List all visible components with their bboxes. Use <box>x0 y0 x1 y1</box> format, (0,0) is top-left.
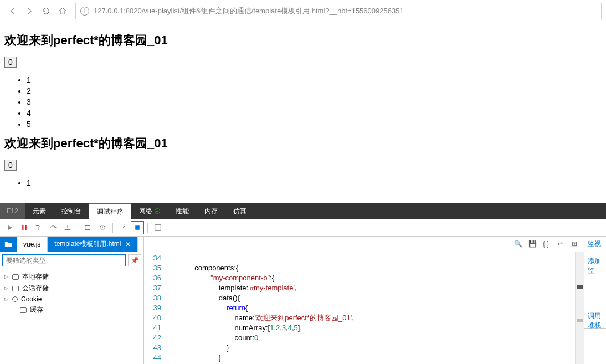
disk-icon <box>12 274 19 280</box>
f12-label: F12 <box>0 203 25 219</box>
tab-debugger[interactable]: 调试程序 <box>89 203 131 219</box>
svg-rect-2 <box>85 225 90 229</box>
tree-session-label: 会话存储 <box>22 284 49 293</box>
back-icon[interactable] <box>4 3 21 19</box>
separator <box>147 223 148 233</box>
page-heading-2: 欢迎来到perfect*的博客园_01 <box>4 135 602 152</box>
list-item: 3 <box>27 96 602 107</box>
list-item: 2 <box>27 85 602 96</box>
tab-elements[interactable]: 元素 <box>25 203 54 219</box>
counter-button-2[interactable]: 0 <box>4 160 17 171</box>
info-icon: i <box>80 7 89 16</box>
folder-picker-icon[interactable] <box>0 237 17 252</box>
tab-console[interactable]: 控制台 <box>54 203 89 219</box>
debugger-sidebar: vue.js template模板引用.html✕ 📌 本地存储 会话存储 Co… <box>0 237 144 364</box>
content-scripts-icon[interactable] <box>151 221 165 234</box>
url-text: 127.0.0.1:8020/vue-playlist/组件&组件之间的通信/t… <box>94 6 404 16</box>
word-wrap-icon[interactable]: ↩ <box>557 240 566 249</box>
number-list-2: 1 <box>27 177 602 188</box>
svg-rect-1 <box>25 225 27 230</box>
step-out-icon[interactable] <box>61 221 74 234</box>
separator <box>78 223 78 233</box>
save-icon[interactable]: 💾 <box>528 240 537 249</box>
filter-row: 📌 <box>0 252 143 269</box>
tab-network-label: 网络 <box>139 207 152 216</box>
tree-cache[interactable]: 缓存 <box>4 304 139 316</box>
source-map-icon[interactable]: ⊞ <box>572 240 581 249</box>
storage-tree: 本地存储 会话存储 Cookie 缓存 <box>0 269 143 318</box>
line-gutter: 3435363738394041424344 <box>144 252 166 364</box>
code-body[interactable]: 3435363738394041424344 components:{ "my-… <box>144 252 584 364</box>
tab-network[interactable]: 网络 <box>131 203 168 219</box>
pause-icon[interactable] <box>18 221 31 234</box>
record-icon <box>155 208 160 214</box>
cookie-icon <box>12 296 18 302</box>
code-lines: components:{ "my-component-b":{ template… <box>166 252 575 364</box>
code-area: 🔍 💾 { } ↩ ⊞ 3435363738394041424344 compo… <box>144 237 584 364</box>
address-bar[interactable]: i 127.0.0.1:8020/vue-playlist/组件&组件之间的通信… <box>75 3 602 19</box>
tab-memory[interactable]: 内存 <box>197 203 225 219</box>
tab-performance[interactable]: 性能 <box>168 203 197 219</box>
devtools-tabs: F12 元素 控制台 调试程序 网络 性能 内存 仿真 <box>0 203 606 219</box>
scroll-mark <box>577 285 583 289</box>
file-tab-vue[interactable]: vue.js <box>17 237 48 252</box>
scroll-indicator[interactable] <box>575 252 584 364</box>
tree-cookie-label: Cookie <box>21 295 42 303</box>
continue-icon[interactable] <box>3 221 17 234</box>
watch-tab[interactable]: 监视 <box>584 237 606 252</box>
scroll-mark <box>577 319 583 322</box>
just-my-code-icon[interactable] <box>131 221 144 234</box>
disk-icon <box>12 286 19 291</box>
page-viewport: 欢迎来到perfect*的博客园_01 0 12345 欢迎来到perfect*… <box>0 22 606 203</box>
tree-cookie[interactable]: Cookie <box>4 294 139 304</box>
callstack-tab[interactable]: 调用堆栈 <box>584 313 606 329</box>
svg-rect-5 <box>155 224 161 230</box>
home-icon[interactable] <box>54 3 71 19</box>
debugger-toolbar <box>0 219 606 237</box>
step-over-icon[interactable] <box>47 221 60 234</box>
wand-icon[interactable] <box>116 221 130 234</box>
file-tab-template-label: template模板引用.html <box>54 239 121 249</box>
search-icon[interactable]: 🔍 <box>514 240 523 249</box>
tree-local-label: 本地存储 <box>22 272 49 281</box>
tree-cache-label: 缓存 <box>30 305 43 315</box>
svg-rect-0 <box>22 225 23 230</box>
browser-toolbar: i 127.0.0.1:8020/vue-playlist/组件&组件之间的通信… <box>0 0 606 22</box>
add-watch-link[interactable]: 添加监 <box>584 252 606 280</box>
devtools: F12 元素 控制台 调试程序 网络 性能 内存 仿真 vue.js templ… <box>0 203 606 364</box>
list-item: 5 <box>27 119 602 130</box>
file-tabs: vue.js template模板引用.html✕ <box>0 237 143 252</box>
forward-icon[interactable] <box>21 3 38 19</box>
cache-icon <box>20 307 27 313</box>
list-item: 1 <box>27 74 602 85</box>
right-panel: 监视 添加监 调用堆栈 <box>584 237 606 364</box>
svg-rect-4 <box>135 225 140 230</box>
debugger-body: vue.js template模板引用.html✕ 📌 本地存储 会话存储 Co… <box>0 237 606 364</box>
number-list-1: 12345 <box>27 74 602 130</box>
refresh-icon[interactable] <box>38 3 54 19</box>
break-exception-icon[interactable] <box>96 221 109 234</box>
tree-session-storage[interactable]: 会话存储 <box>4 283 139 294</box>
pin-icon[interactable]: 📌 <box>128 254 141 266</box>
code-toolbar: 🔍 💾 { } ↩ ⊞ <box>144 237 584 252</box>
page-heading-1: 欢迎来到perfect*的博客园_01 <box>4 32 602 49</box>
counter-button-1[interactable]: 0 <box>4 57 17 68</box>
type-filter-input[interactable] <box>2 254 126 266</box>
pretty-print-icon[interactable]: { } <box>543 240 552 249</box>
file-tab-template[interactable]: template模板引用.html✕ <box>48 237 138 252</box>
break-new-worker-icon[interactable] <box>81 221 95 234</box>
list-item: 4 <box>27 107 602 119</box>
list-item: 1 <box>27 177 602 188</box>
step-into-icon[interactable] <box>32 221 45 234</box>
close-icon[interactable]: ✕ <box>125 240 131 248</box>
tab-emulation[interactable]: 仿真 <box>225 203 254 219</box>
tree-local-storage[interactable]: 本地存储 <box>4 271 139 283</box>
separator <box>112 223 113 233</box>
